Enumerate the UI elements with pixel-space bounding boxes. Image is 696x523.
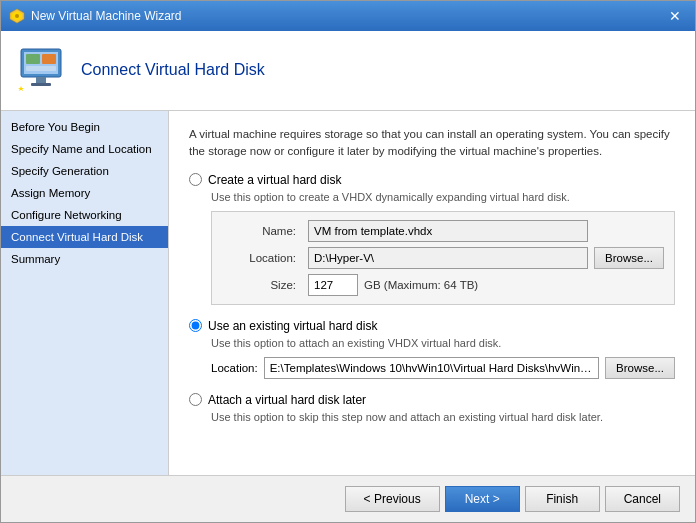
- cancel-button[interactable]: Cancel: [605, 486, 680, 512]
- wizard-title-icon: [9, 8, 25, 24]
- sidebar-item-assign-memory[interactable]: Assign Memory: [1, 182, 168, 204]
- option-attach-later: Attach a virtual hard disk later Use thi…: [189, 393, 675, 423]
- option3-desc: Use this option to skip this step now an…: [211, 411, 675, 423]
- sidebar-item-summary[interactable]: Summary: [1, 248, 168, 270]
- existing-location-label: Location:: [211, 362, 258, 374]
- option3-radio[interactable]: [189, 393, 202, 406]
- wizard-header: Connect Virtual Hard Disk: [1, 31, 695, 111]
- name-input[interactable]: [308, 220, 588, 242]
- svg-rect-6: [42, 54, 56, 64]
- size-unit: GB (Maximum: 64 TB): [364, 279, 478, 291]
- create-vhd-form: Name: Location: Browse... Size: GB (Maxi…: [211, 211, 675, 305]
- size-row: GB (Maximum: 64 TB): [308, 274, 588, 296]
- option3-label[interactable]: Attach a virtual hard disk later: [189, 393, 675, 407]
- browse-button-2[interactable]: Browse...: [605, 357, 675, 379]
- size-input[interactable]: [308, 274, 358, 296]
- option2-text: Use an existing virtual hard disk: [208, 319, 377, 333]
- svg-point-2: [15, 14, 19, 18]
- main-content: A virtual machine requires storage so th…: [169, 111, 695, 475]
- wizard-window: New Virtual Machine Wizard ✕ Connect Vir…: [0, 0, 696, 523]
- sidebar-item-configure-networking[interactable]: Configure Networking: [1, 204, 168, 226]
- option-existing-vhd: Use an existing virtual hard disk Use th…: [189, 319, 675, 379]
- title-bar-left: New Virtual Machine Wizard: [9, 8, 182, 24]
- existing-location-input[interactable]: [264, 357, 599, 379]
- header-text: Connect Virtual Hard Disk: [81, 61, 265, 81]
- option1-radio[interactable]: [189, 173, 202, 186]
- title-bar-text: New Virtual Machine Wizard: [31, 9, 182, 23]
- wizard-footer: < Previous Next > Finish Cancel: [1, 475, 695, 522]
- finish-button[interactable]: Finish: [525, 486, 600, 512]
- previous-button[interactable]: < Previous: [345, 486, 440, 512]
- option1-label[interactable]: Create a virtual hard disk: [189, 173, 675, 187]
- svg-marker-10: [18, 86, 24, 91]
- option1-text: Create a virtual hard disk: [208, 173, 341, 187]
- intro-text: A virtual machine requires storage so th…: [189, 126, 675, 161]
- location-input[interactable]: [308, 247, 588, 269]
- next-button[interactable]: Next >: [445, 486, 520, 512]
- browse-button-1[interactable]: Browse...: [594, 247, 664, 269]
- option2-radio[interactable]: [189, 319, 202, 332]
- sidebar-item-specify-generation[interactable]: Specify Generation: [1, 160, 168, 182]
- option1-desc: Use this option to create a VHDX dynamic…: [211, 191, 675, 203]
- svg-rect-8: [36, 77, 46, 83]
- svg-rect-9: [31, 83, 51, 86]
- header-icon: [16, 46, 66, 96]
- option2-label[interactable]: Use an existing virtual hard disk: [189, 319, 675, 333]
- page-title: Connect Virtual Hard Disk: [81, 61, 265, 79]
- sidebar: Before You BeginSpecify Name and Locatio…: [1, 111, 169, 475]
- wizard-body: Before You BeginSpecify Name and Locatio…: [1, 111, 695, 475]
- sidebar-item-before-you-begin[interactable]: Before You Begin: [1, 116, 168, 138]
- name-label: Name:: [222, 225, 302, 237]
- svg-rect-7: [26, 66, 56, 71]
- existing-vhd-location-row: Location: Browse...: [211, 357, 675, 379]
- close-button[interactable]: ✕: [663, 6, 687, 26]
- sidebar-item-specify-name[interactable]: Specify Name and Location: [1, 138, 168, 160]
- option2-desc: Use this option to attach an existing VH…: [211, 337, 675, 349]
- title-bar: New Virtual Machine Wizard ✕: [1, 1, 695, 31]
- svg-rect-5: [26, 54, 40, 64]
- location-label: Location:: [222, 252, 302, 264]
- option-create-vhd: Create a virtual hard disk Use this opti…: [189, 173, 675, 305]
- sidebar-item-connect-vhd[interactable]: Connect Virtual Hard Disk: [1, 226, 168, 248]
- size-label: Size:: [222, 279, 302, 291]
- option3-text: Attach a virtual hard disk later: [208, 393, 366, 407]
